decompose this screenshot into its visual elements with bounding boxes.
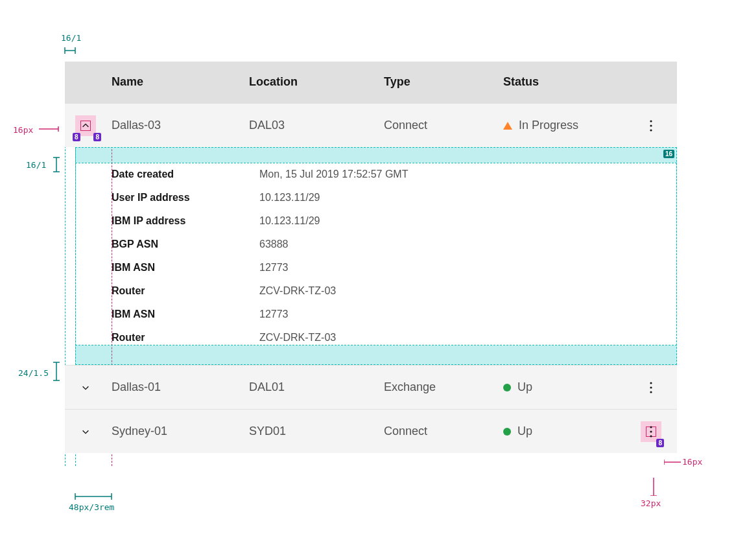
detail-row: RouterZCV-DRK-TZ-03 xyxy=(112,279,667,303)
cell-type: Connect xyxy=(384,119,503,132)
svg-point-6 xyxy=(650,382,652,384)
table-row: 8 8 Dallas-03 DAL03 Connect In Progress xyxy=(65,103,677,147)
anno-expander-px: 16px xyxy=(13,125,33,135)
detail-key: Date created xyxy=(112,169,259,180)
svg-point-11 xyxy=(650,435,652,437)
overflow-menu-icon xyxy=(650,426,652,438)
cell-status: Up xyxy=(503,425,633,438)
cell-location: SYD01 xyxy=(249,425,384,438)
svg-point-9 xyxy=(650,426,652,428)
data-table: Name Location Type Status 8 8 Dal xyxy=(65,62,677,453)
chevron-up-icon xyxy=(81,121,90,130)
detail-key: IBM ASN xyxy=(112,262,259,274)
detail-value: 12773 xyxy=(259,309,289,320)
anno-overflow-icon-px: 16px xyxy=(682,457,702,467)
row-overflow-menu[interactable] xyxy=(641,377,661,398)
detail-value: 10.123.11/29 xyxy=(259,215,320,227)
status-ok-icon xyxy=(503,384,511,391)
chevron-down-icon xyxy=(81,383,90,392)
cell-location: DAL03 xyxy=(249,119,384,132)
anno-top-gutter: 16/1 xyxy=(61,33,81,43)
col-header-type[interactable]: Type xyxy=(384,75,503,89)
detail-row: IBM ASN12773 xyxy=(112,303,667,326)
cell-status: Up xyxy=(503,380,633,394)
status-text: In Progress xyxy=(519,119,578,132)
detail-value: ZCV-DRK-TZ-03 xyxy=(259,332,336,344)
anno-expander-pad-left: 8 xyxy=(73,133,80,141)
status-text: Up xyxy=(517,425,532,438)
detail-key: IBM ASN xyxy=(112,309,259,320)
detail-value: ZCV-DRK-TZ-03 xyxy=(259,285,336,297)
detail-key: BGP ASN xyxy=(112,239,259,250)
row-expand-toggle[interactable] xyxy=(75,377,96,398)
row-detail-panel: Date createdMon, 15 Jul 2019 17:52:57 GM… xyxy=(65,147,677,365)
status-text: Up xyxy=(517,380,532,394)
anno-left-indent: 48px/3rem xyxy=(69,502,114,512)
col-header-status[interactable]: Status xyxy=(503,75,633,89)
cell-type: Exchange xyxy=(384,380,503,394)
svg-point-10 xyxy=(650,430,652,432)
svg-point-4 xyxy=(650,124,652,126)
svg-point-3 xyxy=(650,120,652,122)
cell-type: Connect xyxy=(384,425,503,438)
detail-row: Date createdMon, 15 Jul 2019 17:52:57 GM… xyxy=(112,163,667,186)
cell-name: Sydney-01 xyxy=(101,425,249,438)
overflow-menu-icon xyxy=(650,120,652,132)
status-ok-icon xyxy=(503,428,511,436)
status-warning-icon xyxy=(503,122,512,130)
detail-value: 10.123.11/29 xyxy=(259,192,320,204)
anno-bottom-pad: 24/1.5 xyxy=(18,368,49,378)
row-expand-toggle[interactable]: 8 8 xyxy=(75,115,96,136)
detail-value: Mon, 15 Jul 2019 17:52:57 GMT xyxy=(259,169,408,180)
detail-value: 12773 xyxy=(259,262,289,274)
cell-status: In Progress xyxy=(503,119,633,132)
row-overflow-menu[interactable] xyxy=(641,115,661,136)
svg-point-5 xyxy=(650,129,652,131)
chevron-down-icon xyxy=(81,427,90,436)
anno-overflow-pad: 8 xyxy=(656,439,664,447)
detail-key: User IP address xyxy=(112,192,259,204)
detail-value: 63888 xyxy=(259,239,289,250)
detail-row: IBM ASN12773 xyxy=(112,256,667,279)
table-row: Sydney-01 SYD01 Connect Up xyxy=(65,409,677,453)
cell-name: Dallas-03 xyxy=(101,119,249,132)
detail-row: User IP address10.123.11/29 xyxy=(112,186,667,209)
cell-location: DAL01 xyxy=(249,380,384,394)
overflow-menu-icon xyxy=(650,382,652,393)
detail-key: IBM IP address xyxy=(112,215,259,227)
row-overflow-menu[interactable]: 8 xyxy=(641,421,661,442)
svg-point-7 xyxy=(650,386,652,388)
cell-name: Dallas-01 xyxy=(101,380,249,394)
detail-row: RouterZCV-DRK-TZ-03 xyxy=(112,326,667,349)
anno-expander-pad-right: 8 xyxy=(93,133,101,141)
detail-key: Router xyxy=(112,285,259,297)
svg-point-8 xyxy=(650,391,652,393)
detail-row: BGP ASN63888 xyxy=(112,233,667,256)
anno-top-pad: 16/1 xyxy=(26,160,46,170)
detail-row: IBM IP address10.123.11/29 xyxy=(112,209,667,233)
detail-key: Router xyxy=(112,332,259,344)
col-header-location[interactable]: Location xyxy=(249,75,384,89)
anno-overflow-box-px: 32px xyxy=(641,498,661,508)
row-expand-toggle[interactable] xyxy=(75,421,96,442)
table-header: Name Location Type Status xyxy=(65,62,677,103)
table-row: Dallas-01 DAL01 Exchange Up xyxy=(65,365,677,409)
col-header-name[interactable]: Name xyxy=(101,75,249,89)
